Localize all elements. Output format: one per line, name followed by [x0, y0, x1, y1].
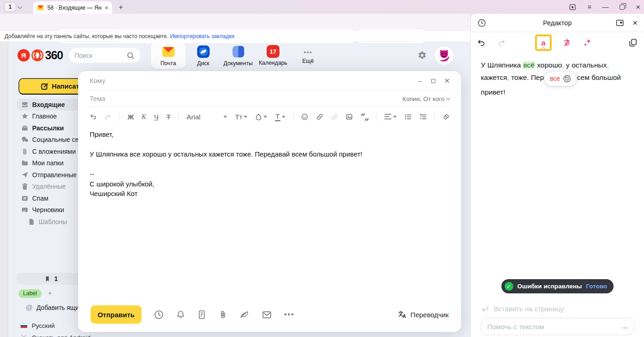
sidebar-item-label: С вложениями [32, 148, 76, 155]
service-ещё[interactable]: •••Ещё [291, 42, 325, 69]
font-name: Arial [187, 113, 200, 121]
service-документы[interactable]: Документы [221, 42, 256, 69]
revert-correction-pill[interactable]: все [545, 72, 576, 86]
editor-toolbar: а [471, 32, 644, 53]
to-field-label[interactable]: Кому [90, 77, 105, 84]
sidebar-item-мои-папки[interactable]: Мои папки [17, 157, 85, 169]
sidebar-item-label: Входящие [32, 101, 65, 108]
avatar[interactable] [435, 46, 453, 65]
subject-field-label[interactable]: Тема [90, 95, 105, 102]
text-color-button[interactable]: Т [275, 112, 285, 121]
more-icon: ••• [302, 47, 314, 56]
service-календарь[interactable]: 17Календарь [256, 42, 291, 69]
insert-to-page-button[interactable]: Вставить на страницу [481, 305, 564, 313]
label-tag[interactable]: Label [18, 289, 42, 298]
message-body[interactable]: Привет,У Шляпника все хорошо у остальных… [90, 130, 443, 199]
translate-tool-icon[interactable] [563, 38, 572, 47]
browser-menu-icon[interactable]: ≡ [587, 4, 591, 10]
panel-undo-icon[interactable] [477, 39, 486, 47]
import-bookmarks-link[interactable]: Импортировать закладки [170, 33, 234, 39]
clear-format-eraser-icon[interactable] [443, 113, 450, 121]
mail-search-input[interactable]: Поиск [69, 48, 140, 63]
service-диск[interactable]: Диск [186, 42, 221, 69]
window-close-icon[interactable]: × [636, 3, 640, 11]
ai-improve-sparkles-icon[interactable] [583, 38, 592, 47]
copy-text-icon[interactable] [628, 38, 638, 47]
bullet-list-icon[interactable] [405, 113, 411, 120]
footer-link-русский[interactable]: Русский [20, 320, 85, 331]
font-size-select[interactable]: Тт [235, 113, 247, 121]
redo-icon[interactable] [104, 113, 111, 121]
font-family-select[interactable]: Arial [187, 113, 227, 121]
sidebar-item-входящие[interactable]: Входящие [17, 99, 85, 111]
compose-close-icon[interactable]: × [445, 76, 450, 86]
window-restore-icon[interactable] [620, 5, 625, 10]
yandex360-logo[interactable]: Я 360 [17, 49, 63, 62]
compose-minimize-icon[interactable]: – [418, 77, 422, 84]
gear-icon[interactable] [417, 51, 427, 60]
service-label: Ещё [302, 58, 313, 64]
panel-redo-icon[interactable] [497, 39, 506, 47]
ai-prompt-input[interactable] [487, 323, 620, 331]
toast-done-button[interactable]: Готово [586, 283, 607, 290]
footer-link-скачать-для-android[interactable]: Скачать для Android [20, 331, 85, 337]
sidebar-item-социальные-сети[interactable]: Социальные сети [17, 134, 85, 146]
sidebar-item-черновики[interactable]: Черновики [17, 204, 85, 216]
align-button[interactable] [384, 113, 397, 120]
drafts-icon [21, 206, 28, 213]
numbered-list-icon[interactable] [420, 113, 427, 120]
italic-button[interactable]: К [142, 113, 146, 121]
more-options-icon[interactable]: ••• [284, 310, 295, 319]
tab-list-chevron[interactable] [18, 4, 27, 10]
compose-expand-icon[interactable] [431, 79, 435, 83]
add-label-icon[interactable]: + [48, 289, 52, 298]
unlink-icon[interactable] [331, 113, 338, 121]
translator-button[interactable]: Переводчик [398, 310, 449, 319]
side-panel-icon[interactable] [569, 3, 576, 11]
link-icon[interactable] [316, 113, 323, 121]
send-button[interactable]: Отправить [91, 305, 142, 324]
cc-from-toggle[interactable]: Копии, От кого [403, 95, 450, 102]
revert-icon[interactable] [563, 75, 571, 83]
add-mailbox-row[interactable]: @ Добавить ящик [26, 303, 82, 311]
flag-icon [20, 323, 28, 328]
sidebar-item-с-вложениями[interactable]: С вложениями [17, 146, 85, 157]
sidebar-item-главное[interactable]: Главное [17, 111, 85, 123]
underline-button[interactable]: Ч [154, 113, 159, 121]
chat-icon [21, 136, 28, 143]
tab-close-icon[interactable]: × [105, 5, 108, 11]
submit-arrow-icon[interactable]: → [620, 322, 628, 331]
sidebar-item-удалённые[interactable]: Удалённые [17, 181, 85, 193]
new-tab-button[interactable]: + [116, 3, 125, 12]
attach-file-icon[interactable] [218, 310, 227, 320]
fill-drop-icon [255, 113, 262, 120]
corrected-text[interactable]: У Шляпника всё хорошо, у остальных, каже… [471, 53, 643, 98]
notify-bell-icon[interactable] [176, 310, 185, 320]
undo-icon[interactable] [90, 113, 97, 121]
emoji-icon[interactable] [301, 113, 308, 121]
toast-message: Ошибки исправлены [517, 283, 582, 290]
sidebar-item-шаблоны[interactable]: Шаблоны [17, 216, 85, 228]
sidebar-item-спам[interactable]: Спам [17, 192, 85, 204]
search-placeholder: Поиск [74, 52, 92, 59]
sidebar-item-отправленные[interactable]: Отправленные [17, 169, 85, 181]
service-почта[interactable]: Почта [151, 42, 186, 69]
insert-image-icon[interactable] [346, 113, 353, 121]
tab-counter[interactable]: 1 [4, 2, 16, 12]
bookmarked-messages-row[interactable]: 1 [17, 273, 85, 285]
open-in-window-icon[interactable] [616, 18, 624, 27]
strikethrough-button[interactable]: Т [166, 113, 171, 121]
schedule-send-icon[interactable] [154, 310, 164, 320]
sidebar-item-рассылки[interactable]: Рассылки [17, 122, 85, 134]
bold-button[interactable]: Ж [128, 113, 134, 121]
spellcheck-tool-active[interactable]: а [535, 34, 552, 51]
browser-tab[interactable]: 58 · Входящие — Яндек × [33, 1, 112, 14]
caret-down-icon [244, 116, 247, 118]
envelope-icon[interactable] [262, 310, 272, 319]
signature-pen-icon[interactable] [239, 310, 250, 319]
panel-close-icon[interactable]: × [633, 18, 638, 27]
window-minimize-icon[interactable]: — [602, 4, 609, 10]
highlight-color-button[interactable] [255, 113, 267, 120]
quote-button[interactable]: “„ [361, 112, 369, 122]
template-icon[interactable] [198, 310, 206, 320]
